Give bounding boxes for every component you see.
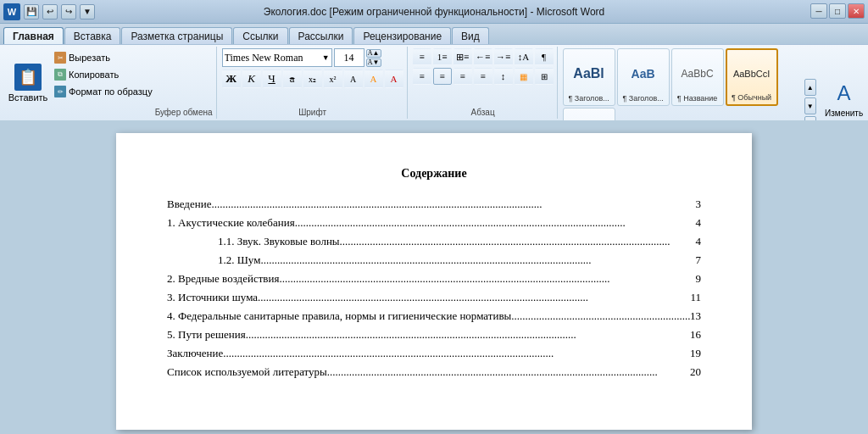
- toc-text-2: 1.1. Звук. Звуковые волны: [218, 235, 340, 248]
- toc-text-4: 2. Вредные воздействия: [167, 272, 279, 286]
- copy-button[interactable]: ⧉ Копировать: [52, 67, 155, 82]
- highlight-color-button[interactable]: А: [364, 70, 383, 88]
- para-row1: ≡ 1≡ ⊞≡ ←≡ →≡ ↕A ¶: [413, 48, 554, 65]
- tab-mailings[interactable]: Рассылки: [289, 27, 353, 44]
- format-painter-button[interactable]: ✏ Формат по образцу: [52, 84, 155, 99]
- align-right-button[interactable]: ≡: [453, 68, 472, 85]
- underline-button[interactable]: Ч: [263, 70, 281, 88]
- tab-references[interactable]: Ссылки: [233, 27, 287, 44]
- toc-item-4: 2. Вредные воздействия..................…: [167, 272, 701, 286]
- align-justify-button[interactable]: ≡: [474, 68, 492, 85]
- toc-dots-5: ........................................…: [258, 291, 690, 304]
- ribbon-tabs: Главная Вставка Разметка страницы Ссылки…: [0, 24, 868, 44]
- toc-item-9: Список используемой литературы..........…: [167, 365, 701, 379]
- font-size-decrease[interactable]: A▼: [366, 58, 381, 67]
- toc-container: Введение................................…: [167, 198, 701, 379]
- multilevel-list-button[interactable]: ⊞≡: [453, 48, 472, 65]
- minimize-btn[interactable]: ─: [810, 3, 827, 19]
- quick-redo-btn[interactable]: ↪: [61, 4, 76, 19]
- close-btn[interactable]: ✕: [848, 3, 865, 19]
- borders-button[interactable]: ⊞: [535, 68, 554, 85]
- quick-menu-btn[interactable]: ▼: [80, 4, 95, 19]
- clear-format-button[interactable]: А: [344, 70, 363, 88]
- title-bar-text: Экология.doc [Режим ограниченной функцио…: [264, 6, 605, 18]
- shading-button[interactable]: ▦: [515, 68, 533, 85]
- style-normal[interactable]: AaBbCcI ¶ Обычный: [726, 48, 778, 106]
- clipboard-group: 📋 Вставить ✂ Вырезать ⧉ Копировать ✏ Фор…: [3, 47, 217, 119]
- toc-item-5: 3. Источники шума.......................…: [167, 291, 701, 304]
- toc-dots-4: ........................................…: [279, 272, 695, 286]
- cut-button[interactable]: ✂ Вырезать: [52, 50, 155, 65]
- toc-item-7: 5. Пути решения.........................…: [167, 328, 701, 342]
- style-heading1-label: ¶ Заголов...: [568, 95, 609, 103]
- show-formatting-button[interactable]: ¶: [535, 48, 554, 65]
- tab-view[interactable]: Вид: [452, 27, 489, 44]
- toc-dots-3: ........................................…: [260, 253, 695, 267]
- toc-text-3: 1.2. Шум: [218, 253, 260, 267]
- superscript-button[interactable]: x²: [324, 70, 342, 88]
- toc-item-0: Введение................................…: [167, 198, 701, 211]
- toc-text-8: Заключение: [167, 347, 223, 360]
- para-controls: ≡ 1≡ ⊞≡ ←≡ →≡ ↕A ¶ ≡ ≡ ≡ ≡ ↕ ▦ ⊞: [413, 48, 554, 85]
- font-size-increase[interactable]: A▲: [366, 49, 381, 58]
- style-heading1[interactable]: AaBl ¶ Заголов...: [563, 48, 615, 106]
- font-controls: Times New Roman ▼ 14 A▲ A▼ Ж К Ч а: [222, 48, 403, 88]
- font-group: Times New Roman ▼ 14 A▲ A▼ Ж К Ч а: [219, 47, 408, 119]
- font-group-label: Шрифт: [298, 106, 326, 117]
- font-size-select[interactable]: 14: [334, 48, 364, 67]
- style-heading2-label: ¶ Заголов...: [622, 95, 663, 103]
- tab-review[interactable]: Рецензирование: [353, 27, 451, 44]
- toc-item-3: 1.2. Шум................................…: [167, 253, 701, 267]
- cut-label: Вырезать: [69, 53, 110, 63]
- style-title-preview: AaBbC: [682, 52, 714, 95]
- paste-button[interactable]: 📋 Вставить: [7, 48, 49, 117]
- window-controls: ─ □ ✕: [810, 3, 865, 19]
- bullets-button[interactable]: ≡: [413, 48, 431, 65]
- strikethrough-button[interactable]: а: [283, 70, 302, 88]
- tab-insert[interactable]: Вставка: [64, 27, 121, 44]
- toc-dots-1: ........................................…: [295, 216, 696, 230]
- font-row1: Times New Roman ▼ 14 A▲ A▼: [222, 48, 403, 67]
- toc-item-8: Заключение..............................…: [167, 347, 701, 360]
- document-page[interactable]: Содержание Введение.....................…: [116, 133, 752, 430]
- word-icon: W: [3, 3, 20, 20]
- numbering-button[interactable]: 1≡: [433, 48, 452, 65]
- title-bar-left: W 💾 ↩ ↪ ▼: [3, 3, 95, 20]
- clipboard-right: ✂ Вырезать ⧉ Копировать ✏ Формат по обра…: [52, 48, 155, 117]
- toc-page-8: 19: [690, 347, 701, 360]
- toc-page-6: 13: [690, 309, 701, 323]
- styles-scroll-down[interactable]: ▼: [804, 97, 816, 114]
- change-styles-icon: A: [829, 78, 860, 108]
- maximize-btn[interactable]: □: [829, 3, 846, 19]
- tab-page-layout[interactable]: Разметка страницы: [121, 27, 232, 44]
- document-title: Содержание: [167, 167, 701, 181]
- toc-item-6: 4. Федеральные санитарные правила, нормы…: [167, 309, 701, 323]
- line-spacing-button[interactable]: ↕: [494, 68, 513, 85]
- style-normal-preview: AaBbCcI: [733, 53, 770, 94]
- toc-page-5: 11: [690, 291, 701, 304]
- font-color-button[interactable]: А: [385, 70, 403, 88]
- font-name-select[interactable]: Times New Roman ▼: [222, 48, 332, 67]
- sort-button[interactable]: ↕A: [515, 48, 533, 65]
- align-center-button[interactable]: ≡: [433, 68, 452, 85]
- style-heading2-preview: AaB: [632, 52, 655, 95]
- style-normal-label: ¶ Обычный: [732, 94, 771, 103]
- increase-indent-button[interactable]: →≡: [494, 48, 513, 65]
- style-title-label: ¶ Название: [677, 95, 718, 103]
- cut-icon: ✂: [54, 52, 66, 64]
- style-heading2[interactable]: AaB ¶ Заголов...: [617, 48, 670, 106]
- align-left-button[interactable]: ≡: [413, 68, 431, 85]
- tab-home[interactable]: Главная: [3, 27, 64, 44]
- bold-button[interactable]: Ж: [222, 70, 241, 88]
- toc-text-0: Введение: [167, 198, 211, 211]
- toc-dots-0: ........................................…: [211, 198, 695, 211]
- quick-save-btn[interactable]: 💾: [24, 4, 39, 19]
- quick-undo-btn[interactable]: ↩: [42, 4, 58, 19]
- italic-button[interactable]: К: [242, 70, 261, 88]
- styles-scroll-up[interactable]: ▲: [804, 79, 816, 96]
- decrease-indent-button[interactable]: ←≡: [474, 48, 492, 65]
- subscript-button[interactable]: x₂: [303, 70, 322, 88]
- font-name-arrow[interactable]: ▼: [322, 53, 330, 62]
- style-title[interactable]: AaBbC ¶ Название: [671, 48, 724, 106]
- toc-page-1: 4: [696, 216, 702, 230]
